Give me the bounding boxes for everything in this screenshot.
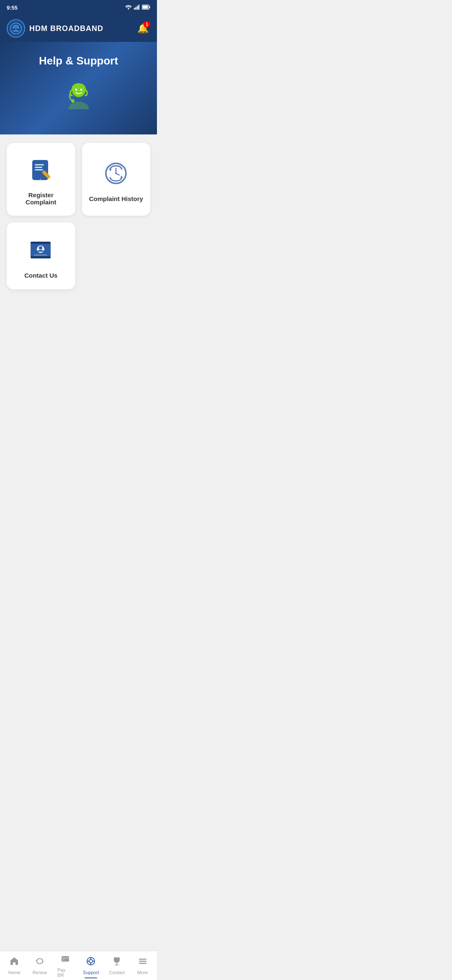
complaint-history-label: Complaint History [89, 195, 143, 202]
svg-rect-9 [13, 30, 18, 31]
app-logo [7, 19, 25, 38]
svg-rect-2 [137, 6, 138, 10]
svg-rect-0 [134, 8, 135, 10]
wifi-icon [125, 5, 132, 11]
cards-grid: Register Complaint [7, 143, 150, 216]
register-complaint-card[interactable]: Register Complaint [7, 143, 75, 216]
status-icons [125, 5, 150, 11]
logo-container: HDM BROADBAND [7, 19, 103, 38]
svg-rect-5 [149, 6, 150, 8]
complaint-history-card[interactable]: Complaint History [82, 143, 151, 216]
battery-icon [142, 5, 150, 11]
hero-section: Help & Support [0, 42, 157, 134]
svg-rect-16 [35, 164, 44, 165]
svg-rect-28 [31, 242, 51, 244]
svg-rect-17 [35, 167, 42, 168]
complaint-history-icon [101, 159, 131, 188]
svg-rect-6 [143, 5, 148, 8]
svg-rect-18 [35, 169, 43, 170]
svg-marker-23 [121, 175, 123, 178]
svg-rect-1 [136, 7, 137, 10]
svg-rect-32 [34, 255, 47, 255]
svg-point-8 [15, 28, 17, 29]
status-bar: 9:55 [0, 0, 157, 15]
signal-icon [134, 5, 140, 11]
svg-point-31 [39, 246, 42, 250]
contact-us-icon [26, 236, 56, 265]
svg-rect-3 [139, 5, 140, 10]
brand-name: HDM BROADBAND [29, 24, 103, 33]
hero-title: Help & Support [39, 54, 118, 67]
svg-point-12 [75, 89, 77, 91]
svg-rect-10 [13, 31, 19, 32]
main-content: Register Complaint [0, 134, 157, 298]
hero-support-icon [58, 76, 100, 118]
notification-button[interactable]: 🔔 1 [135, 21, 150, 36]
single-card-row: Contact Us [7, 222, 150, 289]
register-complaint-label: Register Complaint [13, 191, 69, 206]
svg-rect-29 [31, 256, 51, 258]
notification-badge: 1 [144, 21, 150, 28]
contact-us-label: Contact Us [24, 272, 57, 279]
status-time: 9:55 [7, 5, 18, 11]
svg-point-14 [71, 99, 74, 103]
app-header: HDM BROADBAND 🔔 1 [0, 15, 157, 42]
svg-point-26 [115, 173, 117, 174]
register-complaint-icon [26, 155, 56, 185]
contact-us-card[interactable]: Contact Us [7, 222, 75, 289]
svg-marker-22 [109, 168, 111, 171]
svg-point-13 [80, 89, 82, 91]
